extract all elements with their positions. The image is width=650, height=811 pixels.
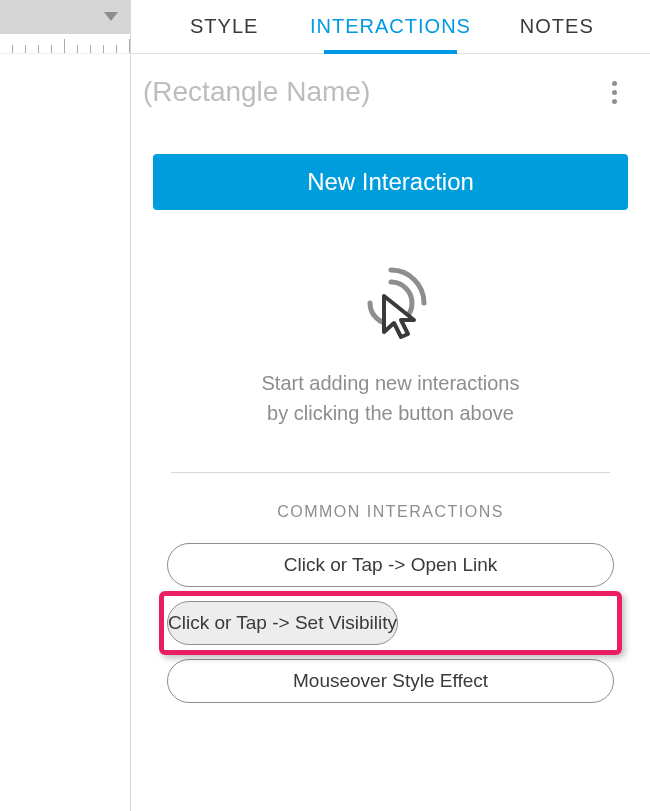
common-interaction-mouseover-style[interactable]: Mouseover Style Effect [167, 659, 614, 703]
canvas-gutter [0, 0, 130, 811]
ruler [0, 34, 130, 54]
widget-name-input[interactable] [143, 76, 602, 108]
widget-name-row [131, 54, 650, 130]
more-options-icon[interactable] [602, 81, 626, 104]
gutter-header [0, 0, 130, 34]
inspector-tabs: STYLE INTERACTIONS NOTES [131, 0, 650, 54]
svg-marker-0 [104, 12, 118, 21]
empty-state-hint: Start adding new interactions by clickin… [153, 368, 628, 428]
common-interaction-open-link[interactable]: Click or Tap -> Open Link [167, 543, 614, 587]
dropdown-caret-icon[interactable] [104, 8, 118, 26]
common-interaction-set-visibility[interactable]: Click or Tap -> Set Visibility [167, 601, 398, 645]
common-interactions-heading: COMMON INTERACTIONS [153, 503, 628, 521]
common-interactions-list: Click or Tap -> Open Link Click or Tap -… [153, 543, 628, 703]
section-divider [171, 472, 610, 473]
inspector-panel: STYLE INTERACTIONS NOTES New Interaction [130, 0, 650, 811]
tab-style[interactable]: STYLE [141, 0, 307, 53]
tab-notes[interactable]: NOTES [474, 0, 640, 53]
new-interaction-button[interactable]: New Interaction [153, 154, 628, 210]
tutorial-highlight: Click or Tap -> Set Visibility [159, 591, 622, 655]
tab-interactions[interactable]: INTERACTIONS [307, 0, 473, 53]
tap-cursor-icon [346, 258, 436, 348]
